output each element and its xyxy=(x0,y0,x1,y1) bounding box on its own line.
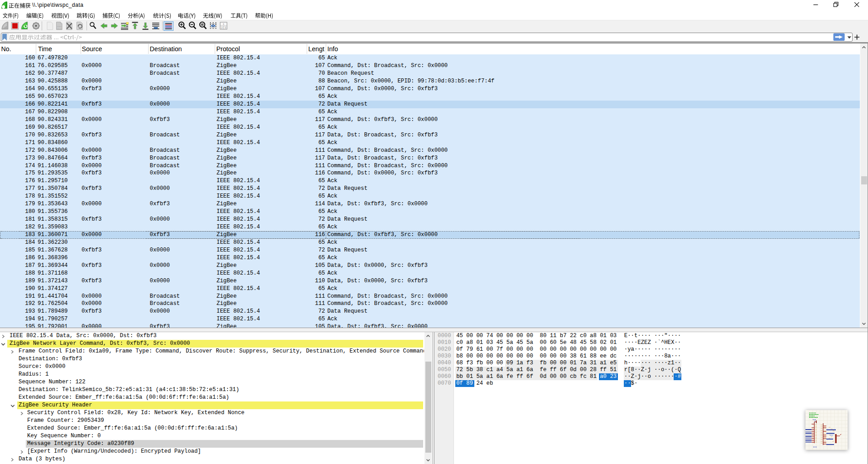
svg-text:010: 010 xyxy=(57,26,61,29)
